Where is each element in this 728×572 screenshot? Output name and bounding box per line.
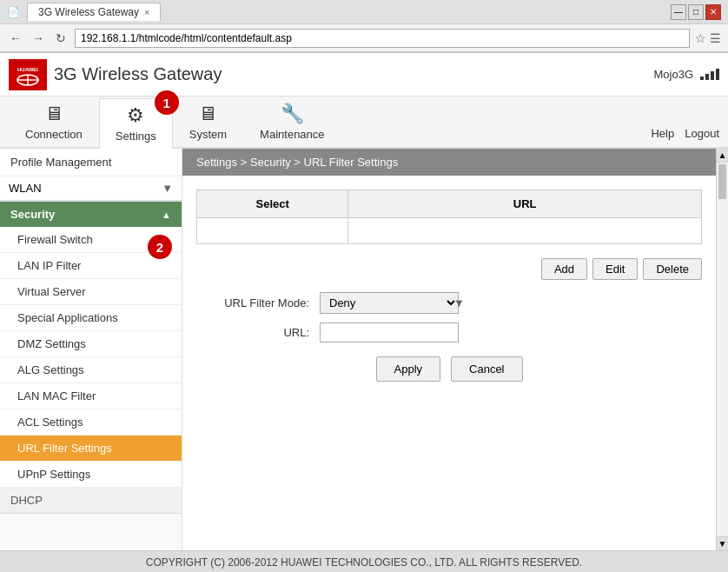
scroll-up-btn[interactable]: ▲ — [717, 149, 728, 163]
footer-text: COPYRIGHT (C) 2006-2012 HUAWEI TECHNOLOG… — [146, 556, 582, 569]
address-bar-row: ← → ↻ ☆ ☰ — [0, 24, 728, 52]
url-filter-mode-label: URL Filter Mode: — [196, 296, 309, 309]
url-filter-table: Select URL — [196, 190, 702, 244]
address-input[interactable] — [75, 29, 690, 48]
firewall-switch-label: Firewall Switch — [17, 233, 93, 246]
tab-system-label: System — [189, 128, 227, 141]
browser-icons: ☆ ☰ — [695, 31, 721, 45]
maximize-btn[interactable]: □ — [688, 4, 704, 20]
sidebar-item-special-applications[interactable]: Special Applications — [0, 305, 182, 331]
add-button[interactable]: Add — [541, 258, 587, 280]
main-content: Profile Management WLAN ▼ Security ▲ 2 F… — [0, 149, 728, 550]
lan-ip-filter-label: LAN IP Filter — [17, 259, 81, 272]
page-icon: 📄 — [7, 6, 20, 18]
chevron-up-icon: ▲ — [162, 210, 171, 220]
alg-settings-label: ALG Settings — [17, 363, 84, 376]
svg-text:HUAWEI: HUAWEI — [17, 67, 38, 72]
col-select: Select — [197, 190, 348, 218]
huawei-logo-icon: HUAWEI — [9, 59, 47, 90]
tab-settings-label: Settings — [116, 130, 156, 143]
app-footer: COPYRIGHT (C) 2006-2012 HUAWEI TECHNOLOG… — [0, 550, 728, 572]
minimize-btn[interactable]: — — [671, 4, 686, 20]
help-link[interactable]: Help — [651, 127, 674, 140]
logout-link[interactable]: Logout — [685, 127, 719, 140]
url-input-field[interactable] — [320, 323, 459, 343]
browser-chrome: 📄 3G Wireless Gateway × — □ ✕ ← → ↻ ☆ ☰ — [0, 0, 728, 53]
system-icon: 🖥 — [198, 103, 217, 125]
tab-connection-label: Connection — [25, 128, 83, 141]
content-panel: Select URL Add — [182, 176, 716, 550]
wlan-value: WLAN — [9, 182, 42, 195]
scroll-down-btn[interactable]: ▼ — [717, 536, 728, 550]
dmz-settings-label: DMZ Settings — [17, 337, 86, 350]
sidebar-item-virtual-server[interactable]: Virtual Server — [0, 279, 182, 305]
app-header: HUAWEI 3G Wireless Gateway Mojo3G — [0, 53, 728, 96]
lan-mac-filter-label: LAN MAC Filter — [17, 389, 96, 402]
logo-area: HUAWEI 3G Wireless Gateway — [9, 59, 222, 90]
content-scrollbar[interactable]: ▲ ▼ — [716, 149, 728, 550]
url-filter-settings-label: URL Filter Settings — [17, 442, 112, 455]
breadcrumb: Settings > Security > URL Filter Setting… — [182, 149, 716, 176]
settings-icon: ⚙ — [127, 104, 144, 127]
sidebar-item-acl-settings[interactable]: ACL Settings — [0, 409, 182, 436]
url-input-label: URL: — [196, 326, 309, 339]
sidebar-item-upnp-settings[interactable]: UPnP Settings — [0, 462, 182, 488]
apply-button[interactable]: Apply — [376, 356, 441, 382]
window-controls: — □ ✕ — [671, 4, 721, 20]
sidebar-item-url-filter-settings[interactable]: URL Filter Settings 3 — [0, 436, 182, 462]
dhcp-label: DHCP — [10, 494, 43, 507]
delete-button[interactable]: Delete — [643, 258, 702, 280]
virtual-server-label: Virtual Server — [17, 285, 86, 298]
connection-icon: 🖥 — [44, 103, 63, 125]
sidebar-security-section[interactable]: Security ▲ 2 — [0, 202, 182, 227]
menu-icon[interactable]: ☰ — [710, 31, 721, 45]
action-buttons: Apply Cancel — [196, 356, 702, 382]
app-title: 3G Wireless Gateway — [54, 64, 222, 84]
upnp-settings-label: UPnP Settings — [17, 468, 90, 481]
sidebar: Profile Management WLAN ▼ Security ▲ 2 F… — [0, 149, 182, 550]
table-actions: Add Edit Delete — [196, 258, 702, 280]
scroll-thumb[interactable] — [718, 164, 726, 199]
header-links: Help Logout — [651, 127, 719, 147]
tab-connection[interactable]: 🖥 Connection — [9, 96, 99, 147]
nav-tabs: 🖥 Connection 1 ⚙ Settings 🖥 System 🔧 Mai… — [0, 96, 728, 149]
title-bar-left: 📄 3G Wireless Gateway × — [7, 3, 161, 21]
close-btn[interactable]: ✕ — [705, 4, 721, 20]
wlan-dropdown[interactable]: WLAN ▼ — [0, 176, 182, 201]
content-area: Settings > Security > URL Filter Setting… — [182, 149, 716, 550]
forward-btn[interactable]: → — [30, 30, 47, 47]
url-filter-mode-row: URL Filter Mode: Deny Allow ▼ — [196, 292, 702, 314]
sidebar-dhcp-section[interactable]: DHCP — [0, 488, 182, 514]
header-right: Mojo3G — [653, 68, 719, 81]
content-with-scrollbar: Settings > Security > URL Filter Setting… — [182, 149, 728, 550]
signal-indicator — [700, 69, 719, 80]
special-applications-label: Special Applications — [17, 311, 118, 324]
security-section-label: Security — [10, 208, 55, 221]
tab-close-btn[interactable]: × — [144, 7, 149, 17]
col-url: URL — [348, 190, 702, 218]
dropdown-arrow-icon: ▼ — [162, 182, 173, 195]
url-input-row: URL: — [196, 323, 702, 343]
maintenance-icon: 🔧 — [281, 103, 304, 125]
sidebar-item-alg-settings[interactable]: ALG Settings — [0, 357, 182, 383]
cancel-button[interactable]: Cancel — [451, 356, 522, 382]
back-btn[interactable]: ← — [7, 30, 24, 47]
sidebar-profile-section: Profile Management WLAN ▼ — [0, 149, 182, 202]
sidebar-item-dmz-settings[interactable]: DMZ Settings — [0, 331, 182, 357]
tab-title: 3G Wireless Gateway — [38, 6, 139, 18]
browser-tab[interactable]: 3G Wireless Gateway × — [27, 3, 161, 21]
refresh-btn[interactable]: ↻ — [52, 30, 69, 47]
tab-maintenance[interactable]: 🔧 Maintenance — [243, 96, 341, 147]
badge-2: 2 — [148, 235, 172, 259]
star-icon[interactable]: ☆ — [695, 31, 706, 45]
title-bar: 📄 3G Wireless Gateway × — □ ✕ — [0, 0, 728, 24]
profile-management-label: Profile Management — [0, 149, 182, 176]
edit-button[interactable]: Edit — [592, 258, 638, 280]
tab-system[interactable]: 🖥 System — [173, 96, 243, 147]
table-empty-row — [197, 218, 702, 244]
acl-settings-label: ACL Settings — [17, 416, 83, 429]
sidebar-item-lan-mac-filter[interactable]: LAN MAC Filter — [0, 383, 182, 409]
app-container: HUAWEI 3G Wireless Gateway Mojo3G 🖥 Conn… — [0, 53, 728, 572]
url-filter-mode-select[interactable]: Deny Allow — [320, 292, 459, 314]
tab-settings[interactable]: 1 ⚙ Settings — [99, 98, 173, 149]
